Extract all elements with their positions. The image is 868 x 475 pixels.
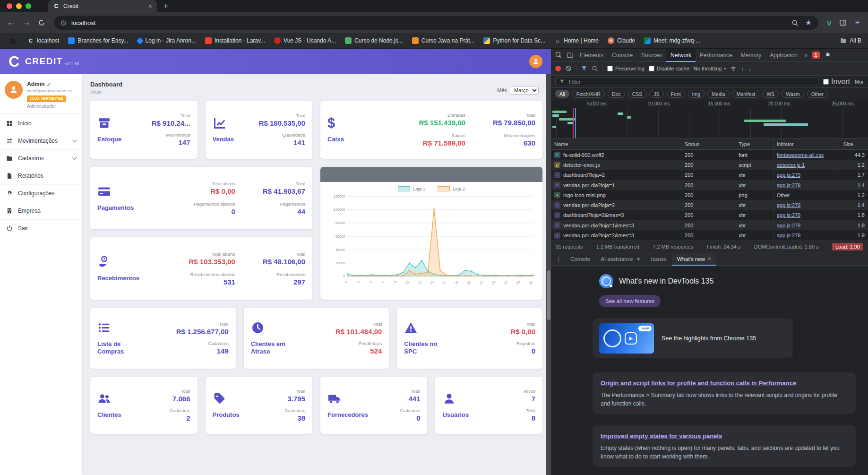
bookmark-star-icon[interactable]: ★ (805, 18, 811, 27)
drawer-tab-whats-new[interactable]: What's new× (672, 253, 716, 266)
sidebar-item-configuracoes[interactable]: Configurações (0, 185, 82, 202)
sidebar-item-empresa[interactable]: Empresa (0, 202, 82, 220)
request-initiator-link[interactable]: app.js:279 (777, 212, 801, 218)
column-name[interactable]: Name (551, 138, 681, 149)
disable-cache-checkbox[interactable]: Disable cache (649, 66, 689, 71)
feature-link[interactable]: Origin and script links for profile and … (601, 380, 796, 387)
chip-img[interactable]: Img (688, 90, 705, 98)
chip-other[interactable]: Other (807, 90, 828, 98)
see-all-features-button[interactable]: See all new features (599, 295, 661, 307)
play-icon[interactable]: ▶ (625, 332, 637, 345)
card-vendas[interactable]: Vendas TotalR$ 180.535,00 Quantidade141 (206, 101, 313, 159)
inspect-element-icon[interactable] (553, 50, 564, 61)
card-clientes-spc[interactable]: Clientes no SPC TotalR$ 0,00 Registros0 (397, 308, 542, 369)
maximize-window-button[interactable] (26, 3, 31, 9)
chip-doc[interactable]: Doc (608, 90, 625, 98)
network-request-row[interactable]: Ffa-solid-900.woff2 200 font fontawesome… (551, 150, 868, 160)
request-initiator-link[interactable]: app.js:279 (777, 182, 801, 188)
feature-link[interactable]: Improved empty states for various panels (601, 432, 722, 440)
column-size[interactable]: Size (840, 138, 868, 149)
video-thumbnail[interactable]: new ▶ (599, 323, 654, 354)
throttling-select[interactable]: No throttling▾ (694, 66, 726, 71)
all-bookmarks-button[interactable]: All B (840, 37, 861, 44)
bookmark-item[interactable]: Vue JS - Usando A... (274, 37, 336, 44)
bookmark-item[interactable]: ⌂Home | Home (554, 37, 599, 44)
card-caixa[interactable]: $ Caixa EntradasR$ 151.439,00 TotalR$ 79… (320, 101, 542, 159)
network-request-row[interactable]: ↕vendas-por-dia?loja=1 200 xhr app.js:27… (551, 180, 868, 190)
network-filter-input[interactable] (568, 78, 814, 85)
close-window-button[interactable] (7, 3, 12, 9)
side-panel-icon[interactable] (839, 19, 847, 26)
request-initiator-link[interactable]: detector.js:1 (777, 162, 805, 168)
column-initiator[interactable]: Initiator (773, 138, 840, 149)
drawer-menu-icon[interactable]: ⋮ (553, 256, 565, 263)
scrollbar-thumb[interactable] (547, 270, 550, 320)
minimize-window-button[interactable] (16, 3, 22, 9)
bookmark-item[interactable]: Meet: mdg-zfwq-... (644, 37, 700, 44)
card-fornecedores[interactable]: Fornecedores Total441 Cadastros0 (320, 377, 427, 434)
edit-pencil-icon[interactable] (47, 82, 51, 86)
column-status[interactable]: Status (681, 138, 735, 149)
request-initiator-link[interactable]: app.js:279 (777, 233, 801, 238)
forward-icon[interactable]: → (20, 16, 33, 29)
header-avatar[interactable] (529, 55, 542, 68)
bookmark-item[interactable]: Python for Data Sc... (483, 37, 545, 44)
more-tabs-icon[interactable]: » (802, 52, 810, 59)
drawer-tab-ai-assistance[interactable]: AI assistance (596, 253, 645, 266)
address-bar[interactable]: localhost ★ (54, 16, 818, 30)
card-clientes[interactable]: Clientes Total7.066 Cadastros2 (90, 377, 198, 434)
new-tab-button[interactable]: + (163, 1, 168, 11)
card-clientes-atraso[interactable]: Clientes em Atraso TotalR$ 101.484,00 Pe… (244, 308, 389, 369)
request-initiator-link[interactable]: app.js:279 (777, 202, 801, 208)
more-filters-label[interactable]: Mor (855, 79, 864, 85)
tab-network[interactable]: Network (666, 49, 696, 62)
preserve-log-checkbox[interactable]: Preserve log (607, 66, 645, 71)
chip-font[interactable]: Font (667, 90, 685, 98)
tab-application[interactable]: Application (765, 49, 802, 62)
chip-wasm[interactable]: Wasm (782, 90, 804, 98)
apps-grid-icon[interactable] (9, 38, 16, 44)
card-estoque[interactable]: Estoque TotalR$ 910.24... Movimentos147 (90, 101, 198, 159)
device-toolbar-icon[interactable] (564, 50, 576, 61)
chip-fetch-xhr[interactable]: Fetch/XHR (572, 90, 605, 98)
month-select[interactable]: Março (510, 86, 539, 95)
request-initiator-link[interactable]: app.js:279 (777, 223, 801, 228)
sidebar-item-sair[interactable]: Sair (0, 220, 82, 237)
clear-network-log-icon[interactable] (565, 65, 572, 72)
browser-menu-icon[interactable]: ≡ (855, 18, 859, 27)
tab-console[interactable]: Console (608, 49, 637, 62)
devtools-settings-gear-icon[interactable] (822, 50, 834, 61)
bookmark-item[interactable]: Curso Java na Prát... (412, 37, 475, 44)
network-request-row[interactable]: ↕vendas-por-dia?loja=1&mes=3 200 xhr app… (551, 220, 868, 230)
sidebar-item-cadastros[interactable]: Cadastros (0, 150, 82, 167)
chip-ws[interactable]: WS (762, 90, 779, 98)
network-conditions-icon[interactable] (730, 65, 737, 72)
network-request-row[interactable]: ↕vendas-por-dia?loja=2&mes=3 200 xhr app… (551, 230, 868, 240)
extension-v-icon[interactable]: V (827, 19, 832, 27)
network-request-row[interactable]: ↕vendas-por-dia?loja=2 200 xhr app.js:27… (551, 200, 868, 210)
page-scrollbar[interactable] (546, 74, 551, 475)
site-info-icon[interactable] (60, 20, 67, 26)
record-network-log-icon[interactable] (555, 66, 561, 71)
close-icon[interactable]: × (708, 256, 711, 262)
invert-checkbox[interactable]: Invert (823, 78, 850, 86)
back-icon[interactable]: ← (5, 16, 18, 29)
drawer-tab-issues[interactable]: Issues (646, 253, 671, 266)
bookmark-item[interactable]: Branches for Easy... (68, 37, 128, 44)
network-request-row[interactable]: ↕dashboard?loja=2 200 xhr app.js:279 1.7 (551, 170, 868, 180)
bookmark-item[interactable]: Log in - Jira Anron... (138, 37, 196, 44)
bookmark-item[interactable]: Installation - Larav... (205, 37, 265, 44)
card-usuarios[interactable]: Usuários Ativos7 Total8 (435, 377, 542, 434)
tab-close-icon[interactable]: × (148, 2, 152, 10)
network-overview-timeline[interactable]: 5,000 ms 10,000 ms 15,000 ms 20,000 ms 2… (551, 100, 868, 138)
bookmark-item[interactable]: Curso de Node.js... (345, 37, 403, 44)
chip-css[interactable]: CSS (628, 90, 647, 98)
export-har-icon[interactable]: ↓ (748, 65, 752, 72)
network-request-row[interactable]: ↕dashboard?loja=2&mes=3 200 xhr app.js:2… (551, 210, 868, 220)
network-request-row[interactable]: {}detector-exec.js 200 script detector.j… (551, 160, 868, 170)
request-initiator-link[interactable]: app.js:279 (777, 172, 801, 178)
chip-js[interactable]: JS (649, 90, 663, 98)
sidebar-item-movimentacoes[interactable]: Movimentações (0, 132, 82, 150)
card-lista-compras[interactable]: Lista de Compras TotalR$ 1.256.677,00 Ca… (90, 308, 236, 369)
search-icon[interactable] (592, 65, 598, 72)
